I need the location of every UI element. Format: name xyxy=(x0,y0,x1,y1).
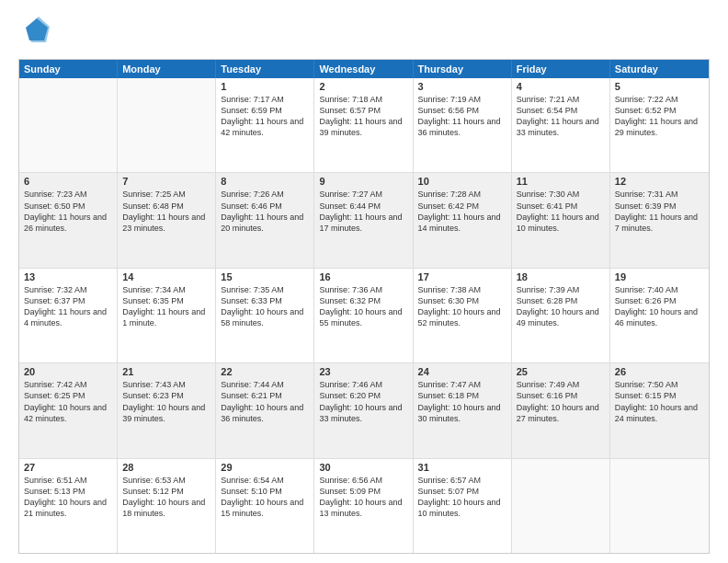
day-number: 27 xyxy=(24,462,112,473)
cell-info: Sunrise: 7:35 AM Sunset: 6:33 PM Dayligh… xyxy=(221,284,309,329)
cal-cell: 11Sunrise: 7:30 AM Sunset: 6:41 PM Dayli… xyxy=(512,173,610,267)
day-number: 18 xyxy=(517,271,605,282)
day-number: 2 xyxy=(319,81,407,92)
cal-cell: 2Sunrise: 7:18 AM Sunset: 6:57 PM Daylig… xyxy=(314,78,413,172)
cal-cell: 10Sunrise: 7:28 AM Sunset: 6:42 PM Dayli… xyxy=(414,173,512,267)
day-number: 26 xyxy=(615,366,704,377)
day-number: 6 xyxy=(24,176,112,187)
day-number: 11 xyxy=(517,176,605,187)
cell-info: Sunrise: 7:47 AM Sunset: 6:18 PM Dayligh… xyxy=(418,379,506,424)
cell-info: Sunrise: 6:53 AM Sunset: 5:12 PM Dayligh… xyxy=(122,475,210,520)
header-day-friday: Friday xyxy=(512,60,610,78)
day-number: 12 xyxy=(615,176,704,187)
cell-info: Sunrise: 7:42 AM Sunset: 6:25 PM Dayligh… xyxy=(24,379,112,424)
cell-info: Sunrise: 7:38 AM Sunset: 6:30 PM Dayligh… xyxy=(418,284,506,329)
header-day-wednesday: Wednesday xyxy=(314,60,413,78)
cal-cell: 16Sunrise: 7:36 AM Sunset: 6:32 PM Dayli… xyxy=(314,269,413,362)
cal-cell: 8Sunrise: 7:26 AM Sunset: 6:46 PM Daylig… xyxy=(216,173,314,267)
cal-cell xyxy=(610,459,709,553)
day-number: 31 xyxy=(418,462,506,473)
cell-info: Sunrise: 7:30 AM Sunset: 6:41 PM Dayligh… xyxy=(517,189,605,234)
cell-info: Sunrise: 7:43 AM Sunset: 6:23 PM Dayligh… xyxy=(122,379,210,424)
day-number: 3 xyxy=(418,81,506,92)
calendar-row-2: 13Sunrise: 7:32 AM Sunset: 6:37 PM Dayli… xyxy=(19,268,709,362)
day-number: 4 xyxy=(517,81,605,92)
cal-cell: 17Sunrise: 7:38 AM Sunset: 6:30 PM Dayli… xyxy=(414,269,512,362)
header-day-sunday: Sunday xyxy=(19,60,118,78)
cal-cell: 27Sunrise: 6:51 AM Sunset: 5:13 PM Dayli… xyxy=(19,459,118,553)
cell-info: Sunrise: 7:40 AM Sunset: 6:26 PM Dayligh… xyxy=(615,284,704,329)
cell-info: Sunrise: 7:22 AM Sunset: 6:52 PM Dayligh… xyxy=(615,94,704,139)
calendar-row-4: 27Sunrise: 6:51 AM Sunset: 5:13 PM Dayli… xyxy=(19,458,709,553)
day-number: 28 xyxy=(122,462,210,473)
cal-cell xyxy=(512,459,610,553)
cell-info: Sunrise: 7:46 AM Sunset: 6:20 PM Dayligh… xyxy=(319,379,407,424)
cell-info: Sunrise: 7:39 AM Sunset: 6:28 PM Dayligh… xyxy=(517,284,605,329)
day-number: 17 xyxy=(418,271,506,282)
day-number: 19 xyxy=(615,271,704,282)
cal-cell: 14Sunrise: 7:34 AM Sunset: 6:35 PM Dayli… xyxy=(118,269,216,362)
cell-info: Sunrise: 7:23 AM Sunset: 6:50 PM Dayligh… xyxy=(24,189,112,234)
cal-cell: 7Sunrise: 7:25 AM Sunset: 6:48 PM Daylig… xyxy=(118,173,216,267)
cal-cell: 29Sunrise: 6:54 AM Sunset: 5:10 PM Dayli… xyxy=(216,459,314,553)
header-day-thursday: Thursday xyxy=(414,60,512,78)
cell-info: Sunrise: 7:49 AM Sunset: 6:16 PM Dayligh… xyxy=(517,379,605,424)
cal-cell: 12Sunrise: 7:31 AM Sunset: 6:39 PM Dayli… xyxy=(610,173,709,267)
cal-cell xyxy=(19,78,118,172)
cal-cell: 21Sunrise: 7:43 AM Sunset: 6:23 PM Dayli… xyxy=(118,363,216,457)
day-number: 30 xyxy=(319,462,407,473)
cal-cell: 26Sunrise: 7:50 AM Sunset: 6:15 PM Dayli… xyxy=(610,363,709,457)
cal-cell: 24Sunrise: 7:47 AM Sunset: 6:18 PM Dayli… xyxy=(414,363,512,457)
cell-info: Sunrise: 7:36 AM Sunset: 6:32 PM Dayligh… xyxy=(319,284,407,329)
day-number: 20 xyxy=(24,366,112,377)
cell-info: Sunrise: 7:28 AM Sunset: 6:42 PM Dayligh… xyxy=(418,189,506,234)
cal-cell: 23Sunrise: 7:46 AM Sunset: 6:20 PM Dayli… xyxy=(314,363,413,457)
day-number: 1 xyxy=(221,81,309,92)
cell-info: Sunrise: 7:26 AM Sunset: 6:46 PM Dayligh… xyxy=(221,189,309,234)
cal-cell xyxy=(118,78,216,172)
cal-cell: 3Sunrise: 7:19 AM Sunset: 6:56 PM Daylig… xyxy=(414,78,512,172)
cal-cell: 1Sunrise: 7:17 AM Sunset: 6:59 PM Daylig… xyxy=(216,78,314,172)
cell-info: Sunrise: 7:34 AM Sunset: 6:35 PM Dayligh… xyxy=(122,284,210,329)
cell-info: Sunrise: 7:18 AM Sunset: 6:57 PM Dayligh… xyxy=(319,94,407,139)
cell-info: Sunrise: 7:50 AM Sunset: 6:15 PM Dayligh… xyxy=(615,379,704,424)
calendar-row-3: 20Sunrise: 7:42 AM Sunset: 6:25 PM Dayli… xyxy=(19,362,709,457)
cell-info: Sunrise: 7:32 AM Sunset: 6:37 PM Dayligh… xyxy=(24,284,112,329)
cal-cell: 19Sunrise: 7:40 AM Sunset: 6:26 PM Dayli… xyxy=(610,269,709,362)
cal-cell: 22Sunrise: 7:44 AM Sunset: 6:21 PM Dayli… xyxy=(216,363,314,457)
day-number: 8 xyxy=(221,176,309,187)
cal-cell: 30Sunrise: 6:56 AM Sunset: 5:09 PM Dayli… xyxy=(314,459,413,553)
day-number: 14 xyxy=(122,271,210,282)
day-number: 9 xyxy=(319,176,407,187)
cell-info: Sunrise: 7:19 AM Sunset: 6:56 PM Dayligh… xyxy=(418,94,506,139)
cell-info: Sunrise: 6:56 AM Sunset: 5:09 PM Dayligh… xyxy=(319,475,407,520)
cell-info: Sunrise: 7:25 AM Sunset: 6:48 PM Dayligh… xyxy=(122,189,210,234)
calendar-row-0: 1Sunrise: 7:17 AM Sunset: 6:59 PM Daylig… xyxy=(19,78,709,172)
cal-cell: 20Sunrise: 7:42 AM Sunset: 6:25 PM Dayli… xyxy=(19,363,118,457)
header-day-tuesday: Tuesday xyxy=(216,60,314,78)
page-header xyxy=(18,15,710,52)
cal-cell: 31Sunrise: 6:57 AM Sunset: 5:07 PM Dayli… xyxy=(414,459,512,553)
day-number: 16 xyxy=(319,271,407,282)
day-number: 22 xyxy=(221,366,309,377)
cell-info: Sunrise: 7:44 AM Sunset: 6:21 PM Dayligh… xyxy=(221,379,309,424)
day-number: 25 xyxy=(517,366,605,377)
cal-cell: 18Sunrise: 7:39 AM Sunset: 6:28 PM Dayli… xyxy=(512,269,610,362)
cell-info: Sunrise: 6:51 AM Sunset: 5:13 PM Dayligh… xyxy=(24,475,112,520)
cal-cell: 5Sunrise: 7:22 AM Sunset: 6:52 PM Daylig… xyxy=(610,78,709,172)
day-number: 13 xyxy=(24,271,112,282)
logo-icon xyxy=(18,15,51,48)
calendar-header: SundayMondayTuesdayWednesdayThursdayFrid… xyxy=(19,60,709,78)
cell-info: Sunrise: 7:21 AM Sunset: 6:54 PM Dayligh… xyxy=(517,94,605,139)
header-day-saturday: Saturday xyxy=(610,60,709,78)
header-day-monday: Monday xyxy=(118,60,216,78)
day-number: 5 xyxy=(615,81,704,92)
calendar-row-1: 6Sunrise: 7:23 AM Sunset: 6:50 PM Daylig… xyxy=(19,172,709,267)
cal-cell: 9Sunrise: 7:27 AM Sunset: 6:44 PM Daylig… xyxy=(314,173,413,267)
day-number: 10 xyxy=(418,176,506,187)
day-number: 21 xyxy=(122,366,210,377)
cell-info: Sunrise: 7:17 AM Sunset: 6:59 PM Dayligh… xyxy=(221,94,309,139)
cal-cell: 13Sunrise: 7:32 AM Sunset: 6:37 PM Dayli… xyxy=(19,269,118,362)
day-number: 24 xyxy=(418,366,506,377)
logo xyxy=(18,15,55,52)
